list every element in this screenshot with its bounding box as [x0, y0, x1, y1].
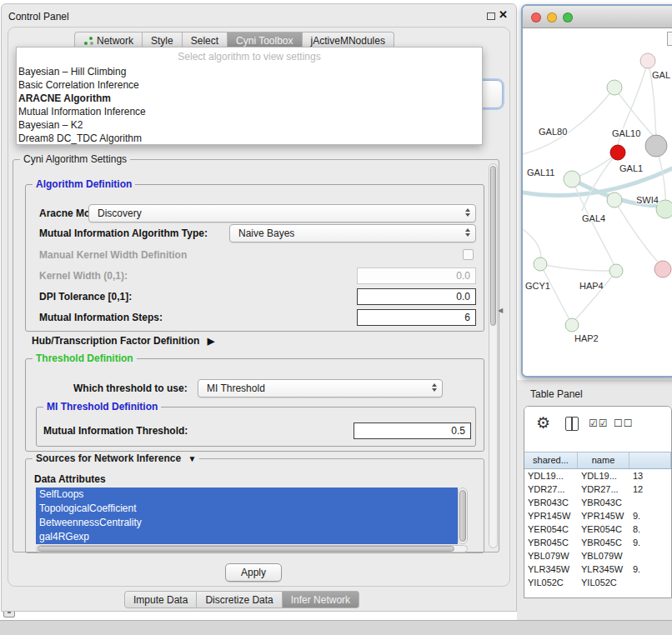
table-cell: YBR043C	[578, 496, 629, 509]
manual-kernel-label: Manual Kernel Width Definition	[39, 249, 187, 261]
network-node-label: GAL11	[527, 168, 554, 178]
table-cell: YBR045C	[578, 536, 629, 549]
tab-label: Select	[191, 35, 218, 47]
kernel-width-label: Kernel Width (0,1):	[39, 270, 128, 282]
network-node-label: GAL10	[612, 128, 640, 138]
network-canvas[interactable]: GALGAL80GAL10GAL11GAL1SWI4GAL4GCY1HAP4HA…	[523, 29, 672, 376]
column-header-extra[interactable]	[629, 452, 671, 468]
kernel-width-input[interactable]: 0.0	[357, 268, 476, 284]
network-edge	[523, 88, 614, 154]
table-row[interactable]: YPR145WYPR145W9.	[524, 509, 671, 522]
table-cell: YDR27...	[524, 482, 578, 496]
network-node[interactable]	[564, 171, 580, 188]
table-cell: YLR345W	[524, 562, 578, 576]
select-all-icon[interactable]: ☑☑	[589, 418, 609, 429]
table-row[interactable]: YBL079WYBL079W	[524, 549, 671, 562]
apply-button[interactable]: Apply	[225, 563, 282, 582]
attribute-item[interactable]: SelfLoops	[36, 488, 458, 502]
table-cell	[629, 496, 671, 509]
network-node[interactable]	[565, 318, 579, 332]
table-row[interactable]: YBR045CYBR045C9.	[524, 536, 671, 549]
table-cell: YPR145W	[524, 509, 578, 522]
attribute-item[interactable]: TopologicalCoefficient	[36, 502, 458, 516]
algorithm-option-aracne-algorithm[interactable]: ARACNE Algorithm	[17, 92, 482, 105]
network-scrollbar-top[interactable]	[667, 32, 672, 46]
table-body: YDL19...YDL19...13YDR27...YDR27...12YBR0…	[524, 469, 671, 598]
algorithm-definition-title: Algorithm Definition	[33, 178, 135, 190]
attributes-horizontal-scrollbar[interactable]	[36, 545, 468, 552]
manual-kernel-checkbox[interactable]	[463, 249, 474, 260]
algorithm-option-mutual-information-inference[interactable]: Mutual Information Inference	[17, 105, 482, 118]
attribute-item[interactable]: BetweennessCentrality	[36, 516, 458, 530]
table-cell: YPR145W	[578, 509, 629, 522]
tab-label: Cyni Toolbox	[236, 35, 293, 47]
sources-toggle[interactable]: Sources for Network Inference ▼	[33, 452, 199, 464]
cyni-algorithm-settings-group: Cyni Algorithm Settings Algorithm Defini…	[13, 159, 499, 552]
table-row[interactable]: YBR043CYBR043C	[524, 496, 671, 509]
hub-section-label: Hub/Transcription Factor Definition	[32, 335, 199, 347]
network-node-label: GAL4	[582, 213, 605, 223]
table-cell: 9.	[629, 509, 671, 522]
network-node[interactable]	[534, 258, 547, 271]
close-icon[interactable]: ✕	[499, 8, 508, 21]
table-row[interactable]: YIL052CYIL052C	[524, 576, 671, 589]
tab-label: jActiveMNodules	[311, 35, 385, 47]
dpi-tolerance-input[interactable]: 0.0	[357, 288, 476, 305]
tab-label: Network	[97, 35, 133, 47]
attributes-vertical-scrollbar[interactable]	[458, 488, 468, 544]
zoom-button[interactable]	[563, 12, 573, 22]
network-view-window: GALGAL80GAL10GAL11GAL1SWI4GAL4GCY1HAP4HA…	[521, 4, 672, 378]
network-node[interactable]	[607, 80, 622, 95]
settings-gear-icon[interactable]: ⚙	[536, 413, 550, 432]
settings-scrollbar[interactable]	[489, 163, 498, 548]
mi-type-select[interactable]: Naive Bayes	[229, 224, 476, 242]
table-panel-title: Table Panel	[530, 388, 583, 400]
mi-steps-input[interactable]: 6	[357, 309, 476, 326]
table-cell	[629, 576, 671, 589]
network-node[interactable]	[610, 145, 625, 160]
deselect-all-icon[interactable]: ☐☐	[614, 418, 634, 429]
algorithm-option-bayesian-hill-climbing[interactable]: Bayesian – Hill Climbing	[17, 65, 482, 78]
column-header-shared[interactable]: shared...	[524, 452, 578, 468]
algorithm-dropdown-popup: Select algorithm to view settings Bayesi…	[16, 47, 483, 145]
network-node[interactable]	[640, 53, 655, 68]
network-node[interactable]	[609, 264, 623, 278]
table-row[interactable]: YLR345WYLR345W9.	[524, 562, 671, 576]
close-button[interactable]	[531, 12, 541, 22]
bottom-tab-bar: Impute DataDiscretize DataInfer Network	[124, 591, 359, 608]
algorithm-list: Bayesian – Hill ClimbingBasic Correlatio…	[17, 65, 482, 145]
settings-group-title: Cyni Algorithm Settings	[20, 153, 130, 165]
column-selector-icon[interactable]	[565, 417, 579, 431]
table-row[interactable]: YER054CYER054C8.	[524, 522, 671, 536]
hub-section-toggle[interactable]: Hub/Transcription Factor Definition ▶	[32, 335, 214, 347]
network-node-label: SWI4	[636, 195, 659, 205]
algorithm-option-dream8-dc-tdc-algorithm[interactable]: Dream8 DC_TDC Algorithm	[17, 132, 482, 145]
attribute-item[interactable]: gal4RGexp	[36, 530, 458, 544]
settings-scrollbar-thumb[interactable]	[490, 166, 496, 326]
table-row[interactable]: YDR27...YDR27...12	[524, 482, 671, 496]
table-cell: YBR045C	[524, 536, 578, 549]
network-node[interactable]	[607, 192, 622, 208]
aracne-mode-select[interactable]: Discovery	[88, 204, 476, 222]
which-threshold-select[interactable]: MI Threshold	[198, 379, 443, 398]
bottom-tab-infer-network[interactable]: Infer Network	[283, 591, 359, 608]
table-cell: YIL052C	[578, 576, 629, 589]
panel-collapse-arrow-icon[interactable]: ◀	[498, 307, 503, 314]
attributes-vertical-thumb[interactable]	[459, 490, 466, 542]
bottom-tab-discretize-data[interactable]: Discretize Data	[197, 591, 282, 608]
table-panel-window: ⚙ ☑☑ ☐☐ shared... name YDL19...YDL19...1…	[524, 406, 672, 598]
column-header-name[interactable]: name	[578, 452, 629, 468]
minimize-button[interactable]	[547, 12, 557, 22]
network-node[interactable]	[654, 261, 671, 278]
algorithm-option-bayesian-k2[interactable]: Bayesian – K2	[17, 118, 482, 132]
network-window-titlebar[interactable]	[523, 6, 672, 28]
algorithm-option-basic-correlation-inference[interactable]: Basic Correlation Inference	[17, 78, 482, 92]
table-row[interactable]: YDL19...YDL19...13	[524, 469, 671, 482]
network-node[interactable]	[645, 135, 667, 157]
mi-threshold-input[interactable]: 0.5	[354, 422, 471, 439]
float-window-icon[interactable]	[487, 12, 495, 20]
network-node-label: HAP4	[579, 281, 604, 291]
attributes-horizontal-thumb[interactable]	[38, 546, 454, 552]
bottom-tab-impute-data[interactable]: Impute Data	[124, 591, 197, 608]
network-tab-icon	[83, 37, 93, 46]
